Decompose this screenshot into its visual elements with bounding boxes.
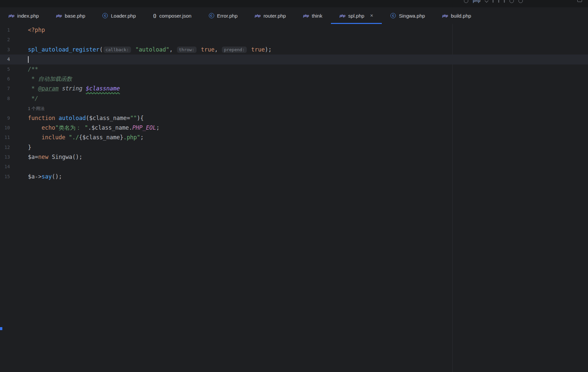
line-number[interactable]: 13 (0, 152, 10, 162)
code-line-8[interactable]: 8 */ (0, 94, 588, 103)
php-file-icon: php (255, 14, 260, 18)
tab-base.php[interactable]: phpbase.php (48, 7, 94, 24)
line-number[interactable]: 11 (0, 133, 10, 142)
code-editor[interactable]: 1<?php23spl_autoload_register(callback: … (0, 24, 588, 372)
token-fncall: spl_autoload_register (28, 46, 99, 53)
line-number[interactable] (0, 103, 10, 113)
code-text: <?php (28, 25, 45, 35)
code-text: include "./{$class_name}.php"; (28, 133, 144, 142)
line-number[interactable]: 15 (0, 172, 10, 182)
token-doc: * (28, 85, 38, 92)
debug-icon[interactable] (498, 0, 499, 3)
token-pln (66, 134, 69, 141)
stop-icon[interactable] (504, 0, 505, 3)
class-file-icon: C (209, 13, 214, 18)
tab-spl.php[interactable]: phpspl.php✕ (331, 7, 382, 24)
tab-label: build.php (451, 13, 471, 19)
code-line-10[interactable]: 10 echo"类名为： ".$class_name.PHP_EOL; (0, 123, 588, 133)
token-pln: , (169, 46, 176, 53)
chevron-down-icon[interactable] (485, 0, 488, 3)
line-number[interactable]: 4 (0, 55, 10, 64)
tab-label: Loader.php (111, 13, 136, 19)
run-icon[interactable] (493, 0, 494, 3)
tab-router.php[interactable]: phprouter.php (246, 7, 294, 24)
code-line-9[interactable]: 9function autoload($class_name=""){ (0, 113, 588, 123)
tab-composer.json[interactable]: {}composer.json (145, 7, 200, 24)
line-number[interactable]: 7 (0, 84, 10, 93)
token-kw: function (28, 115, 55, 121)
notifications-icon[interactable] (518, 0, 523, 3)
tab-Error.php[interactable]: CError.php (200, 7, 246, 24)
json-file-icon: {} (153, 13, 156, 18)
code-text: 1 个用法 (28, 103, 45, 113)
code-text (28, 55, 29, 64)
token-pln: (); (52, 173, 62, 180)
token-pln: (); (72, 154, 82, 160)
line-number[interactable]: 8 (0, 94, 10, 103)
token-kw: <?php (28, 27, 45, 33)
tab-Singwa.php[interactable]: CSingwa.php (382, 7, 433, 24)
parameter-hint: throw: (177, 47, 197, 53)
class-file-icon: C (102, 13, 108, 18)
token-pln (28, 124, 42, 131)
token-kw: new (38, 154, 49, 160)
text-caret (28, 56, 29, 63)
line-number[interactable]: 12 (0, 143, 10, 152)
settings-icon[interactable] (510, 0, 514, 3)
line-number[interactable]: 5 (0, 64, 10, 74)
tab-index.php[interactable]: phpindex.php (0, 7, 48, 24)
code-line-2[interactable]: 2 (0, 35, 588, 45)
token-str: "autoload" (135, 46, 169, 53)
line-number[interactable]: 10 (0, 123, 10, 133)
code-text: /** (28, 64, 38, 74)
token-pln: ( (86, 115, 89, 121)
account-icon[interactable] (464, 0, 468, 3)
token-doctag: @param (38, 85, 59, 92)
code-line-6[interactable]: 6 * 自动加载函数 (0, 74, 588, 84)
code-line-1[interactable]: 1<?php (0, 25, 588, 35)
code-text: } (28, 143, 31, 152)
code-line-4[interactable]: 4 (0, 55, 588, 64)
line-number[interactable]: 6 (0, 74, 10, 84)
line-number[interactable]: 1 (0, 25, 10, 35)
usage-inlay-row[interactable]: 1 个用法 (0, 103, 588, 113)
code-line-3[interactable]: 3spl_autoload_register(callback: "autolo… (0, 45, 588, 55)
tab-label: index.php (17, 13, 39, 19)
token-doc: */ (28, 95, 38, 102)
line-number[interactable]: 3 (0, 45, 10, 55)
code-line-15[interactable]: 15$a->say(); (0, 172, 588, 182)
tab-Loader.php[interactable]: CLoader.php (94, 7, 144, 24)
token-kw: echo (42, 124, 55, 131)
token-const: PHP_EOL (132, 124, 156, 131)
code-line-11[interactable]: 11 include "./{$class_name}.php"; (0, 133, 588, 142)
token-var: $class_name (89, 115, 127, 121)
statusbar-notification-dot (0, 327, 2, 330)
token-pln: . (88, 124, 91, 131)
code-line-14[interactable]: 14 (0, 162, 588, 172)
line-number[interactable]: 9 (0, 113, 10, 123)
close-tab-icon[interactable]: ✕ (370, 13, 373, 18)
code-line-13[interactable]: 13$a=new Singwa(); (0, 152, 588, 162)
tab-label: Singwa.php (399, 13, 425, 19)
token-pln: ); (265, 46, 271, 53)
token-doc: /** (28, 66, 38, 72)
line-number[interactable]: 14 (0, 162, 10, 172)
window-icon[interactable] (577, 0, 582, 2)
code-line-7[interactable]: 7 * @param string $classname (0, 84, 588, 93)
token-interp: {$class_name} (79, 134, 123, 141)
token-pln (132, 46, 135, 53)
code-line-12[interactable]: 12} (0, 143, 588, 152)
usages-hint[interactable]: 1 个用法 (28, 106, 45, 111)
php-file-icon: php (56, 14, 62, 18)
code-line-5[interactable]: 5/** (0, 64, 588, 74)
tab-think[interactable]: phpthink (295, 7, 331, 24)
tab-build.php[interactable]: phpbuild.php (434, 7, 480, 24)
token-fndecl: autoload (59, 115, 86, 121)
token-kw: true (251, 46, 265, 53)
token-pln: , (215, 46, 221, 53)
code-text: $a=new Singwa(); (28, 152, 82, 162)
run-config-label[interactable]: php (473, 0, 481, 3)
token-pln: . (129, 124, 132, 131)
line-number[interactable]: 2 (0, 35, 10, 45)
token-pln: -> (35, 173, 41, 180)
